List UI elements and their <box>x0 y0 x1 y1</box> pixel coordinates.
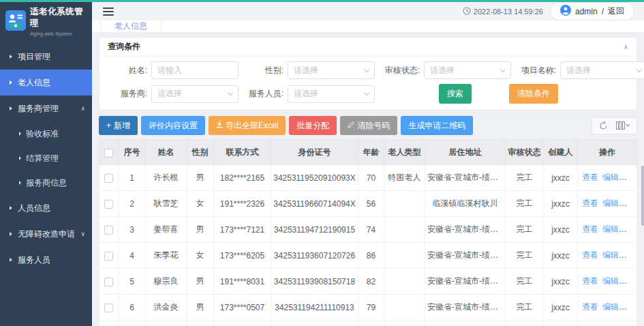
back-link[interactable]: 返回 <box>608 5 624 17</box>
cell-creator: jxxzc <box>544 217 578 243</box>
tab-elder-info[interactable]: 老人信息 <box>100 20 162 32</box>
provider-select[interactable]: 请选择 <box>151 85 239 103</box>
name-input-placeholder: 请输入 <box>157 65 182 76</box>
column-header-4: 联系方式 <box>214 140 271 165</box>
edit-link[interactable]: 编辑 <box>602 302 619 312</box>
cell-name: 姜帮喜 <box>146 217 187 243</box>
row-checkbox[interactable] <box>104 252 113 261</box>
row-select-cell <box>99 269 119 295</box>
name-input[interactable]: 请输入 <box>151 61 239 79</box>
chevron-down-icon: ∨ <box>80 231 85 237</box>
generate-qrcode-button[interactable]: 生成申请二维码 <box>401 116 473 135</box>
row-actions-cell: 查看编辑删除 <box>578 165 637 191</box>
row-checkbox[interactable] <box>104 303 113 312</box>
cell-age: 74 <box>358 217 384 243</box>
sidebar-item-label: 项目管理 <box>18 51 50 63</box>
content-area: 查询条件 ∧ 姓名: 请输入 性别: 请选择 审核状态: 请选择 <box>92 32 644 326</box>
edit-link[interactable]: 编辑 <box>602 276 619 286</box>
cell-phone: 173****0507 <box>214 295 271 321</box>
view-link[interactable]: 查看 <box>582 224 598 234</box>
cell-address: 安徽省-宣城市-绩溪县-临... <box>425 269 506 295</box>
cell-seq: 4 <box>119 243 146 269</box>
clear-phone-button[interactable]: 清除号码 <box>340 116 397 135</box>
view-link[interactable]: 查看 <box>582 173 598 182</box>
row-checkbox[interactable] <box>104 278 113 286</box>
export-excel-button[interactable]: 导出全部Excel <box>209 116 286 135</box>
caret-right-icon <box>10 258 12 262</box>
service-staff-select[interactable]: 请选择 <box>288 85 375 103</box>
sidebar-item-provider-mgmt[interactable]: 服务商管理 ∧ <box>0 95 92 121</box>
sidebar-item-accessibility-application[interactable]: 无障碍改造申请 ∨ <box>0 221 92 247</box>
cell-type: 特困老人 <box>384 321 425 326</box>
table-row: 6洪金炎男173****050734253119421111091379安徽省-… <box>99 295 637 321</box>
user-divider: / <box>602 7 604 16</box>
batch-assign-button[interactable]: 批量分配 <box>289 116 337 135</box>
search-button[interactable]: 搜索 <box>439 84 472 104</box>
edit-link[interactable]: 编辑 <box>602 173 619 182</box>
user-menu[interactable]: admin / 返回 <box>550 2 634 20</box>
cell-name: 洪金炎 <box>146 295 187 321</box>
sidebar-item-elder-info[interactable]: 老人信息 <box>0 70 92 95</box>
column-header-7: 老人类型 <box>384 140 425 165</box>
cell-name: 耿雪芝 <box>146 191 187 217</box>
sidebar: 适老化系统管理 Aging aids System 项目管理 老人信息 服务商管… <box>0 0 92 326</box>
gender-field-label: 性别: <box>244 65 283 76</box>
cell-phone: 182****2165 <box>214 165 271 191</box>
vertical-scrollbar[interactable] <box>641 166 644 226</box>
row-checkbox[interactable] <box>104 174 113 183</box>
sidebar-subitem-provider-info[interactable]: 服务商信息 <box>0 171 92 195</box>
cell-gender: 女 <box>187 243 214 269</box>
cell-address: 安徽省-宣城市-绩溪县-临... <box>425 217 506 243</box>
add-button[interactable]: + 新增 <box>99 116 138 135</box>
cell-type <box>384 269 425 295</box>
refresh-icon[interactable] <box>599 121 608 130</box>
view-link[interactable]: 查看 <box>582 250 598 260</box>
app-logo: 适老化系统管理 Aging aids System <box>0 0 92 44</box>
cell-type <box>384 243 425 269</box>
eval-content-settings-button[interactable]: 评价内容设置 <box>141 116 205 135</box>
elder-table-wrap: 序号姓名性别联系方式身份证号年龄老人类型居住地址审核状态创建人操作 1许长根男1… <box>99 140 637 326</box>
select-all-checkbox[interactable] <box>104 149 113 158</box>
cell-gender: 男 <box>187 269 214 295</box>
hamburger-icon[interactable] <box>103 5 114 18</box>
username: admin <box>575 7 598 16</box>
collapse-panel-icon[interactable]: ∧ <box>624 43 628 50</box>
view-link[interactable]: 查看 <box>582 198 598 208</box>
column-header-8: 居住地址 <box>425 140 506 165</box>
sidebar-item-label: 无障碍改造申请 <box>18 228 75 240</box>
column-header-11: 操作 <box>578 140 637 165</box>
audit-status-select[interactable]: 请选择 <box>424 61 511 79</box>
sidebar-item-service-staff[interactable]: 服务人员 <box>0 247 92 273</box>
edit-link[interactable]: 编辑 <box>602 250 619 260</box>
cell-seq: 1 <box>119 165 146 191</box>
cell-status: 完工 <box>506 295 544 321</box>
sidebar-item-personnel-info[interactable]: 人员信息 <box>0 195 92 221</box>
view-link[interactable]: 查看 <box>582 276 598 286</box>
view-link[interactable]: 查看 <box>582 302 598 312</box>
avatar-icon <box>560 5 571 18</box>
edit-link[interactable]: 编辑 <box>602 224 619 234</box>
project-name-select[interactable]: 请选择 <box>560 61 644 79</box>
table-row: 1许长根男182****216534253119520910093X70特困老人… <box>99 165 637 191</box>
sidebar-item-project-mgmt[interactable]: 项目管理 <box>0 44 92 70</box>
cell-name: 汪添法 <box>146 321 187 326</box>
edit-link[interactable]: 编辑 <box>602 198 619 208</box>
column-header-2: 姓名 <box>146 140 187 165</box>
cell-phone: 137****9465 <box>214 321 271 326</box>
add-button-label: 新增 <box>114 120 130 132</box>
row-checkbox[interactable] <box>104 200 113 209</box>
cell-address: 安徽省-宣城市-绩溪县-临... <box>425 243 506 269</box>
download-icon <box>216 121 223 130</box>
cell-id_card: 342531193908150718 <box>271 269 358 295</box>
columns-icon[interactable] <box>616 121 630 130</box>
row-checkbox[interactable] <box>104 226 113 235</box>
clear-conditions-button[interactable]: 清除条件 <box>509 84 558 104</box>
row-actions-cell: 查看编辑删除 <box>578 243 637 269</box>
plus-icon: + <box>106 121 111 130</box>
gender-select[interactable]: 请选择 <box>288 61 375 79</box>
table-row: 5穆宗良男191****803134253119390815071882安徽省-… <box>99 269 637 295</box>
sidebar-subitem-settlement-mgmt[interactable]: 结算管理 <box>0 146 92 171</box>
cell-creator: jxxzc <box>544 165 578 191</box>
cell-id_card: 342531197004102519 <box>271 321 358 326</box>
sidebar-subitem-acceptance-standard[interactable]: 验收标准 <box>0 121 92 146</box>
